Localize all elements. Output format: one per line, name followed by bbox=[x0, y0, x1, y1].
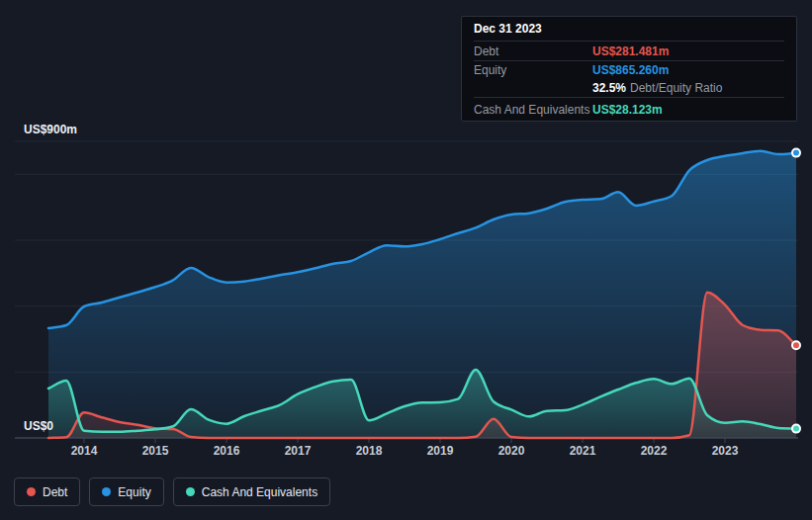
solvency-chart-panel: US$900m US$0 201420152016201720182019202… bbox=[0, 0, 812, 520]
debt-series-dot bbox=[27, 487, 36, 496]
legend-item-cash[interactable]: Cash And Equivalents bbox=[173, 477, 330, 506]
x-axis-year-label: 2019 bbox=[416, 444, 464, 458]
x-axis-year-label: 2017 bbox=[274, 444, 321, 458]
tooltip-debt-row: Debt US$281.481m bbox=[474, 42, 784, 61]
x-axis-year-label: 2018 bbox=[345, 444, 393, 458]
legend-equity-label: Equity bbox=[118, 485, 150, 499]
tooltip-debt-value: US$281.481m bbox=[592, 44, 669, 58]
chart-tooltip: Dec 31 2023 Debt US$281.481m Equity US$8… bbox=[461, 16, 797, 122]
tooltip-debt-label: Debt bbox=[474, 44, 592, 58]
tooltip-equity-row: Equity US$865.260m bbox=[474, 61, 784, 79]
tooltip-equity-label: Equity bbox=[474, 63, 592, 77]
x-axis-year-label: 2016 bbox=[203, 444, 250, 458]
legend-debt-label: Debt bbox=[43, 485, 67, 499]
tooltip-date: Dec 31 2023 bbox=[474, 17, 784, 42]
equity-series-dot bbox=[102, 487, 111, 496]
tooltip-cash-label: Cash And Equivalents bbox=[474, 103, 592, 117]
x-axis-year-label: 2021 bbox=[559, 444, 606, 458]
tooltip-cash-row: Cash And Equivalents US$28.123m bbox=[474, 98, 784, 121]
tooltip-ratio-label: Debt/Equity Ratio bbox=[630, 81, 722, 95]
tooltip-cash-value: US$28.123m bbox=[592, 103, 663, 117]
tooltip-equity-value: US$865.260m bbox=[592, 63, 669, 77]
y-axis-max-label: US$900m bbox=[24, 123, 77, 136]
chart-legend: Debt Equity Cash And Equivalents bbox=[14, 477, 330, 506]
x-axis-year-label: 2015 bbox=[132, 444, 179, 458]
x-axis-year-label: 2020 bbox=[488, 444, 535, 458]
x-axis-year-label: 2014 bbox=[60, 444, 108, 458]
tooltip-ratio-row: 32.5%Debt/Equity Ratio bbox=[474, 79, 784, 98]
x-axis-year-label: 2022 bbox=[630, 444, 677, 458]
y-axis-zero-label: US$0 bbox=[24, 419, 53, 433]
tooltip-ratio-number: 32.5% bbox=[592, 81, 626, 95]
legend-cash-label: Cash And Equivalents bbox=[202, 485, 317, 499]
tooltip-ratio-value: 32.5%Debt/Equity Ratio bbox=[592, 81, 722, 95]
x-axis-year-label: 2023 bbox=[701, 444, 749, 458]
legend-item-debt[interactable]: Debt bbox=[14, 477, 80, 506]
cash-series-dot bbox=[186, 487, 195, 496]
legend-item-equity[interactable]: Equity bbox=[89, 477, 163, 506]
